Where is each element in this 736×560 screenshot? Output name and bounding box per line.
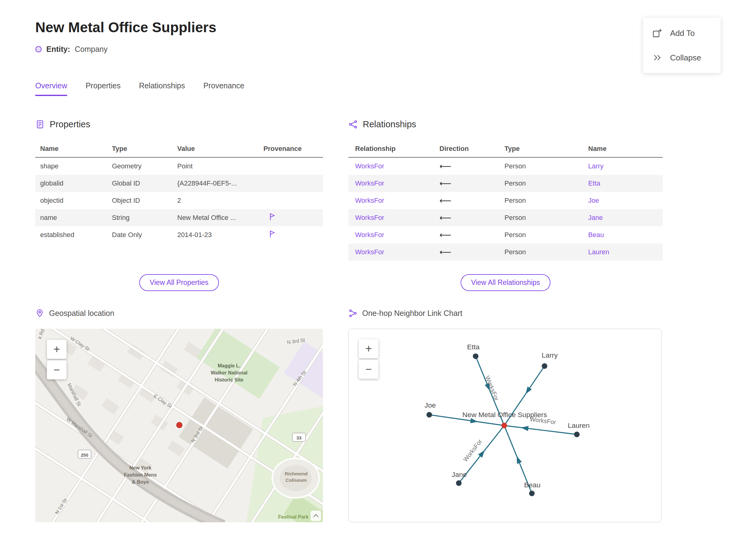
relationship-type-link[interactable]: WorksFor xyxy=(355,214,439,222)
relationship-row[interactable]: WorksFor ⟵ Person Etta xyxy=(348,175,663,192)
map-zoom-control: + − xyxy=(47,340,67,379)
relationships-icon xyxy=(348,120,358,129)
relationship-type-link[interactable]: WorksFor xyxy=(355,179,439,187)
poi-label: Festival Park xyxy=(278,514,309,520)
collapse-button[interactable]: Collapse xyxy=(652,53,711,63)
node-lauren[interactable] xyxy=(574,432,580,437)
col-provenance: Provenance xyxy=(263,145,323,153)
tab-relationships[interactable]: Relationships xyxy=(139,81,185,96)
node-etta[interactable] xyxy=(473,353,478,359)
relationships-panel: Relationships Relationship Direction Typ… xyxy=(348,119,663,291)
related-entity-link[interactable]: Beau xyxy=(588,231,663,239)
property-value: 2 xyxy=(177,197,263,205)
property-type: Object ID xyxy=(112,197,177,205)
related-entity-link[interactable]: Larry xyxy=(588,162,663,170)
link-chart-icon xyxy=(348,309,357,318)
related-entity-type: Person xyxy=(504,231,588,239)
property-type: Date Only xyxy=(112,231,177,239)
add-to-button[interactable]: Add To xyxy=(652,28,711,38)
tab-overview[interactable]: Overview xyxy=(35,81,67,96)
property-row[interactable]: established Date Only 2014-01-23 xyxy=(35,226,323,244)
related-entity-type: Person xyxy=(504,179,588,187)
relationship-row[interactable]: WorksFor ⟵ Person Jane xyxy=(348,209,663,226)
property-row[interactable]: objectid Object ID 2 xyxy=(35,192,323,209)
node-beau[interactable] xyxy=(529,491,535,496)
node-jane[interactable] xyxy=(456,480,462,486)
geospatial-section-title: Geospatial location xyxy=(49,309,114,318)
zoom-in-button[interactable]: + xyxy=(47,340,67,359)
relationship-type-link[interactable]: WorksFor xyxy=(355,231,439,239)
property-row[interactable]: shape Geometry Point xyxy=(35,158,323,175)
property-name: globalid xyxy=(40,179,112,187)
link-chart-section-title: One-hop Neighbor Link Chart xyxy=(362,309,462,318)
col-direction: Direction xyxy=(439,145,504,153)
poi-label: Walker National xyxy=(211,370,247,375)
related-entity-link[interactable]: Etta xyxy=(588,179,663,187)
chart-zoom-out-button[interactable]: − xyxy=(359,360,378,379)
related-entity-link[interactable]: Lauren xyxy=(588,248,663,256)
poi-label: Maggie L. xyxy=(218,363,240,368)
relationship-row[interactable]: WorksFor ⟵ Person Larry xyxy=(348,158,663,175)
double-chevron-right-icon xyxy=(652,53,662,63)
relationship-direction: ⟵ xyxy=(439,161,504,171)
node-larry[interactable] xyxy=(542,363,547,369)
link-chart-container: WorksForWorksForWorksForEttaLarryJoeLaur… xyxy=(348,329,661,522)
location-marker[interactable] xyxy=(177,422,182,428)
related-entity-link[interactable]: Joe xyxy=(588,197,663,205)
relationship-direction: ⟵ xyxy=(439,178,504,188)
tab-provenance[interactable]: Provenance xyxy=(203,81,244,96)
property-provenance xyxy=(263,212,323,223)
poi-label: & Boys xyxy=(132,479,149,485)
map-canvas[interactable]: W Clay StE Clay StN 3rd StN 4th StN 3rd … xyxy=(35,329,323,522)
node-label: Lauren xyxy=(568,421,589,429)
relationship-row[interactable]: WorksFor ⟵ Person Joe xyxy=(348,192,663,209)
properties-table-header: Name Type Value Provenance xyxy=(35,140,323,158)
collapse-label: Collapse xyxy=(670,53,701,63)
properties-panel: Properties Name Type Value Provenance sh… xyxy=(35,119,323,291)
properties-icon xyxy=(35,120,45,129)
related-entity-type: Person xyxy=(504,248,588,256)
zoom-out-button[interactable]: − xyxy=(47,360,67,379)
page-title: New Metal Office Suppliers xyxy=(35,19,736,36)
provenance-flag-icon[interactable] xyxy=(268,229,277,239)
node-joe[interactable] xyxy=(427,412,432,417)
property-row[interactable]: globalid Global ID {A228944F-0EF5-... xyxy=(35,175,323,192)
center-node-label: New Metal Office Suppliers xyxy=(462,411,547,419)
related-entity-type: Person xyxy=(504,214,588,222)
chart-zoom-in-button[interactable]: + xyxy=(359,339,378,358)
map-attribution-toggle[interactable] xyxy=(311,511,321,521)
relationship-row[interactable]: WorksFor ⟵ Person Lauren xyxy=(348,244,663,261)
edge-label: WorksFor xyxy=(462,438,483,463)
relationship-type-link[interactable]: WorksFor xyxy=(355,197,439,205)
tab-properties[interactable]: Properties xyxy=(86,81,121,96)
relationship-row[interactable]: WorksFor ⟵ Person Beau xyxy=(348,226,663,244)
provenance-flag-icon[interactable] xyxy=(268,212,277,221)
node-label: Larry xyxy=(542,351,558,359)
property-value: 2014-01-23 xyxy=(177,231,263,239)
node-label: Beau xyxy=(524,481,540,489)
relationships-table-header: Relationship Direction Type Name xyxy=(348,140,663,158)
entity-details-page: Add To Collapse New Metal Office Supplie… xyxy=(0,0,736,522)
map-container: W Clay StE Clay StN 3rd StN 4th StN 3rd … xyxy=(35,329,323,522)
col-type: Type xyxy=(112,145,177,153)
property-type: String xyxy=(112,214,177,222)
route-shield-label: 250 xyxy=(81,453,88,458)
relationship-type-link[interactable]: WorksFor xyxy=(355,162,439,170)
poi-label: Fashion Mens xyxy=(124,472,157,478)
view-all-properties-button[interactable]: View All Properties xyxy=(139,274,219,291)
property-name: shape xyxy=(40,162,112,170)
view-all-relationships-button[interactable]: View All Relationships xyxy=(461,274,550,291)
property-name: name xyxy=(40,214,112,222)
properties-section-header: Properties xyxy=(35,119,323,129)
relationship-type-link[interactable]: WorksFor xyxy=(355,248,439,256)
properties-section-title: Properties xyxy=(50,119,90,129)
property-name: established xyxy=(40,231,112,239)
related-entity-link[interactable]: Jane xyxy=(588,214,663,222)
link-chart-canvas[interactable]: WorksForWorksForWorksForEttaLarryJoeLaur… xyxy=(349,329,661,522)
property-type: Geometry xyxy=(112,162,177,170)
center-node[interactable] xyxy=(501,423,507,428)
property-row[interactable]: name String New Metal Office ... xyxy=(35,209,323,226)
property-type: Global ID xyxy=(112,179,177,187)
node-label: Jane xyxy=(452,470,467,478)
properties-table: Name Type Value Provenance shape Geometr… xyxy=(35,140,323,244)
